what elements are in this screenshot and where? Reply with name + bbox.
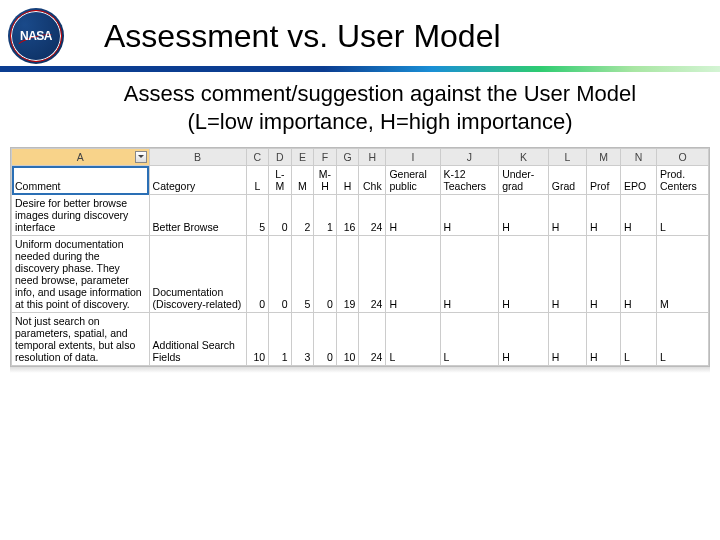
slide: Assessment vs. User Model Assess comment… xyxy=(0,0,720,540)
hdr-prof[interactable]: Prof xyxy=(587,166,621,195)
hdr-MH[interactable]: M-H xyxy=(314,166,337,195)
cell[interactable]: L xyxy=(386,313,440,366)
hdr-category[interactable]: Category xyxy=(149,166,246,195)
cell[interactable]: H xyxy=(499,313,549,366)
cell[interactable]: H xyxy=(440,195,499,236)
hdr-undergrad[interactable]: Under-grad xyxy=(499,166,549,195)
nasa-logo xyxy=(8,8,64,64)
header-row: Comment Category L L-M M M-H H Chk Gener… xyxy=(12,166,709,195)
cell[interactable]: 24 xyxy=(359,195,386,236)
cell[interactable]: H xyxy=(548,236,586,313)
cell[interactable]: 0 xyxy=(314,313,337,366)
hdr-k12[interactable]: K-12 Teachers xyxy=(440,166,499,195)
cell[interactable]: 24 xyxy=(359,236,386,313)
col-D[interactable]: D xyxy=(269,149,292,166)
shadow xyxy=(10,367,710,373)
cell-category[interactable]: Additional Search Fields xyxy=(149,313,246,366)
cell[interactable]: H xyxy=(587,313,621,366)
hdr-M[interactable]: M xyxy=(291,166,314,195)
cell[interactable]: 10 xyxy=(336,313,359,366)
cell[interactable]: L xyxy=(657,195,709,236)
cell[interactable]: H xyxy=(548,195,586,236)
col-C[interactable]: C xyxy=(246,149,269,166)
cell[interactable]: 0 xyxy=(269,236,292,313)
table-row: Not just search on parameters, spatial, … xyxy=(12,313,709,366)
cell[interactable]: H xyxy=(386,195,440,236)
spreadsheet: A B C D E F G H I J K L M N O Comment Ca… xyxy=(10,147,710,367)
cell[interactable]: H xyxy=(620,236,656,313)
cell[interactable]: L xyxy=(440,313,499,366)
col-E[interactable]: E xyxy=(291,149,314,166)
subtitle-line-2: (L=low importance, H=high importance) xyxy=(187,109,572,134)
slide-title: Assessment vs. User Model xyxy=(104,18,501,55)
hdr-comment[interactable]: Comment xyxy=(12,166,150,195)
cell[interactable]: 10 xyxy=(246,313,269,366)
col-M[interactable]: M xyxy=(587,149,621,166)
col-F[interactable]: F xyxy=(314,149,337,166)
cell[interactable]: 16 xyxy=(336,195,359,236)
col-I[interactable]: I xyxy=(386,149,440,166)
table-row: Desire for better browse images during d… xyxy=(12,195,709,236)
cell[interactable]: M xyxy=(657,236,709,313)
cell[interactable]: 0 xyxy=(314,236,337,313)
table-row: Uniform documentation needed during the … xyxy=(12,236,709,313)
col-L[interactable]: L xyxy=(548,149,586,166)
cell[interactable]: H xyxy=(499,236,549,313)
hdr-Chk[interactable]: Chk xyxy=(359,166,386,195)
col-A[interactable]: A xyxy=(12,149,150,166)
cell-comment[interactable]: Uniform documentation needed during the … xyxy=(12,236,150,313)
cell[interactable]: 5 xyxy=(291,236,314,313)
hdr-H[interactable]: H xyxy=(336,166,359,195)
cell[interactable]: H xyxy=(548,313,586,366)
cell[interactable]: 3 xyxy=(291,313,314,366)
header-rule xyxy=(0,66,720,72)
col-J[interactable]: J xyxy=(440,149,499,166)
col-H[interactable]: H xyxy=(359,149,386,166)
cell[interactable]: L xyxy=(620,313,656,366)
cell[interactable]: 1 xyxy=(314,195,337,236)
hdr-LM[interactable]: L-M xyxy=(269,166,292,195)
cell[interactable]: H xyxy=(587,236,621,313)
subtitle: Assess comment/suggestion against the Us… xyxy=(100,80,660,135)
cell[interactable]: 24 xyxy=(359,313,386,366)
hdr-general-public[interactable]: General public xyxy=(386,166,440,195)
cell-comment[interactable]: Desire for better browse images during d… xyxy=(12,195,150,236)
cell[interactable]: 2 xyxy=(291,195,314,236)
dropdown-icon[interactable] xyxy=(135,151,147,163)
cell-category[interactable]: Better Browse xyxy=(149,195,246,236)
cell[interactable]: H xyxy=(499,195,549,236)
col-O[interactable]: O xyxy=(657,149,709,166)
cell[interactable]: H xyxy=(620,195,656,236)
cell-category[interactable]: Documentation (Discovery-related) xyxy=(149,236,246,313)
cell-comment[interactable]: Not just search on parameters, spatial, … xyxy=(12,313,150,366)
hdr-grad[interactable]: Grad xyxy=(548,166,586,195)
col-K[interactable]: K xyxy=(499,149,549,166)
header: Assessment vs. User Model xyxy=(0,0,720,64)
col-G[interactable]: G xyxy=(336,149,359,166)
col-N[interactable]: N xyxy=(620,149,656,166)
hdr-prod-centers[interactable]: Prod. Centers xyxy=(657,166,709,195)
cell[interactable]: H xyxy=(386,236,440,313)
cell[interactable]: H xyxy=(587,195,621,236)
col-B[interactable]: B xyxy=(149,149,246,166)
cell[interactable]: 19 xyxy=(336,236,359,313)
cell[interactable]: 1 xyxy=(269,313,292,366)
cell[interactable]: 0 xyxy=(269,195,292,236)
cell[interactable]: 0 xyxy=(246,236,269,313)
hdr-epo[interactable]: EPO xyxy=(620,166,656,195)
table: A B C D E F G H I J K L M N O Comment Ca… xyxy=(11,148,709,366)
hdr-L[interactable]: L xyxy=(246,166,269,195)
cell[interactable]: L xyxy=(657,313,709,366)
subtitle-line-1: Assess comment/suggestion against the Us… xyxy=(124,81,636,106)
cell[interactable]: 5 xyxy=(246,195,269,236)
column-letter-row: A B C D E F G H I J K L M N O xyxy=(12,149,709,166)
cell[interactable]: H xyxy=(440,236,499,313)
